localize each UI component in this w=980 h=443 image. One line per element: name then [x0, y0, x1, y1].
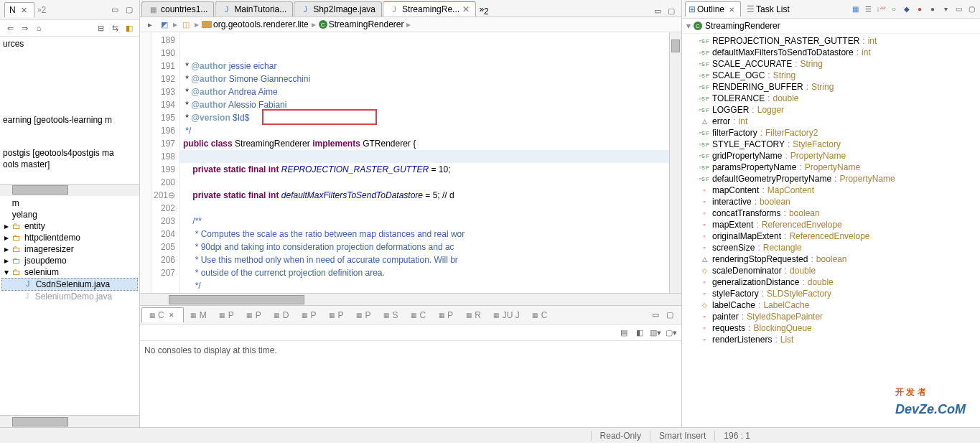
folder-item[interactable]: ▸ 🗀entity — [1, 220, 138, 232]
code-line[interactable]: * outside of the currenct projection def… — [180, 266, 669, 279]
outline-item[interactable]: ▫generalizationDistance : double — [686, 276, 976, 288]
view-tab[interactable]: ▦R — [459, 309, 487, 322]
view-tab[interactable]: ▦M — [184, 309, 213, 322]
h-scrollbar-2[interactable] — [0, 415, 139, 427]
outline-item[interactable]: ▫S FRENDERING_BUFFER : String — [686, 81, 976, 93]
console-pin-icon[interactable]: ◧ — [634, 327, 645, 338]
code-line[interactable]: * 90dpi and taking into consideration pr… — [180, 241, 669, 253]
console-display-icon[interactable]: ▥▾ — [650, 327, 661, 338]
code-line[interactable]: public class StreamingRenderer implement… — [180, 137, 669, 150]
minimize-icon[interactable]: ▭ — [953, 4, 964, 15]
tree-item[interactable]: earning [geotools-learning m — [1, 114, 138, 126]
minimize-icon[interactable]: ▭ — [109, 4, 121, 16]
outline-item[interactable]: ▫S FgridPropertyName : PropertyName — [686, 150, 976, 162]
outline-item[interactable]: △renderingStopRequested : boolean — [686, 253, 976, 265]
close-icon[interactable]: ✕ — [166, 309, 177, 321]
folder-item[interactable]: ▸ 🗀jsoupdemo — [1, 255, 138, 266]
editor-h-scrollbar[interactable] — [140, 293, 681, 305]
code-line[interactable]: private static final int defaultMaxFilte… — [180, 189, 669, 202]
view-tab[interactable]: ▦P — [431, 309, 459, 322]
code-line[interactable] — [180, 150, 669, 163]
view-tab[interactable]: ▦P — [349, 309, 376, 322]
code-line[interactable]: * @author Alessio Fabiani — [180, 98, 669, 111]
code-line[interactable]: * Use this method only when in need of a… — [180, 253, 669, 266]
code-line[interactable]: * Computes the scale as the ratio betwee… — [180, 228, 669, 241]
project-tree[interactable]: urcesearning [geotools-learning mpostgis… — [0, 37, 139, 184]
folder-item[interactable]: ▾ 🗀selenium — [1, 266, 138, 278]
outline-item[interactable]: ▫renderListeners : List — [686, 334, 976, 345]
tree-item[interactable]: postgis [geotools4postgis ma — [1, 147, 138, 159]
collapse-all-icon[interactable]: ⊟ — [95, 22, 106, 34]
outline-item[interactable]: ▫S FdefaultMaxFiltersToSendToDatastore :… — [686, 47, 976, 58]
editor-tab[interactable]: JMainTutoria... — [215, 1, 293, 17]
editor-tab[interactable]: JStreamingRe...✕ — [383, 1, 476, 17]
view-tab[interactable]: ▦P — [322, 309, 349, 322]
home-icon[interactable]: ⌂ — [33, 22, 45, 34]
view-tab[interactable]: ▦C ✕ — [141, 307, 184, 322]
maximize-icon[interactable]: ▢ — [123, 4, 135, 16]
code-line[interactable] — [180, 202, 669, 215]
tasklist-tab[interactable]: ☰ Task List — [744, 3, 793, 16]
outline-item[interactable]: ▫concatTransforms : boolean — [686, 207, 976, 219]
outline-item[interactable]: ▫S FSCALE_OGC : String — [686, 70, 976, 81]
view-tab[interactable]: ▦P — [213, 309, 240, 322]
code-line[interactable] — [180, 176, 669, 189]
code-area[interactable]: * @author jessie eichar * @author Simone… — [180, 32, 669, 293]
outline-item[interactable]: ▫originalMapExtent : ReferencedEnvelope — [686, 230, 976, 242]
h-scrollbar[interactable] — [0, 184, 139, 196]
overflow-button[interactable]: »2 — [37, 6, 46, 14]
outline-item[interactable]: ▫S FSCALE_ACCURATE : String — [686, 58, 976, 70]
nav-icon[interactable]: ▸ — [144, 19, 156, 30]
view-tab[interactable]: ▦D — [267, 309, 295, 322]
code-line[interactable]: /** — [180, 215, 669, 228]
code-line[interactable]: public static final String SCALE_ACCURAT… — [180, 292, 669, 293]
folder-item[interactable]: ▸ 🗀imageresizer — [1, 243, 138, 255]
view-tab[interactable]: ▦P — [294, 309, 322, 322]
menu-icon[interactable]: ▾ — [940, 4, 951, 15]
hide-nonpublic-icon[interactable]: ● — [914, 4, 925, 15]
hide-local-icon[interactable]: ● — [927, 4, 938, 15]
console-new-icon[interactable]: ▤ — [618, 327, 630, 338]
outline-tree[interactable]: ▫S FREPROJECTION_RASTER_GUTTER : int▫S F… — [682, 34, 980, 427]
outline-item[interactable]: ▫mapContent : MapContent — [686, 185, 976, 196]
az-icon[interactable]: ↓ᵃᶻ — [875, 4, 887, 15]
pkg-icon[interactable]: ◫ — [180, 19, 192, 30]
view-tab[interactable]: ▦C — [403, 309, 431, 322]
forward-icon[interactable]: ⇒ — [19, 22, 30, 34]
outline-item[interactable]: ◇scaleDenominator : double — [686, 265, 976, 276]
close-icon[interactable]: ✕ — [462, 4, 470, 14]
tree-item[interactable]: ools master] — [1, 159, 138, 170]
overflow-button[interactable]: »2 — [477, 4, 489, 17]
breadcrumb-item[interactable]: C StreamingRenderer — [319, 19, 404, 29]
outline-item[interactable]: ▫screenSize : Rectangle — [686, 242, 976, 253]
navigator-tab[interactable]: N ✕ — [4, 2, 34, 17]
outline-item[interactable]: ▫S FparamsPropertyName : PropertyName — [686, 162, 976, 173]
hide-static-icon[interactable]: ◆ — [901, 4, 913, 15]
java-file-item[interactable]: JCsdnSelenium.java — [1, 278, 138, 291]
close-icon[interactable]: ✕ — [18, 4, 29, 16]
outline-item[interactable]: ▫S FREPROJECTION_RASTER_GUTTER : int — [686, 35, 976, 47]
breadcrumb-item[interactable]: org.geotools.renderer.lite — [202, 19, 309, 29]
breadcrumb[interactable]: ▸ ◩ ▸ ◫ ▸ org.geotools.renderer.lite▸C S… — [140, 17, 681, 32]
code-line[interactable]: * @author Simone Giannecchini — [180, 73, 669, 85]
close-icon[interactable]: ✕ — [726, 4, 737, 15]
outline-item[interactable]: ▫interactive : boolean — [686, 196, 976, 207]
view-tab[interactable]: ▦P — [240, 309, 267, 322]
outline-item[interactable]: ▫S FTOLERANCE : double — [686, 93, 976, 104]
sort-icon[interactable]: ▦ — [849, 4, 861, 15]
outline-item[interactable]: ◇labelCache : LabelCache — [686, 299, 976, 311]
tree-item[interactable]: urces — [1, 38, 138, 50]
code-line[interactable]: * @author jessie eichar — [180, 60, 669, 73]
outline-item[interactable]: ▫S FfilterFactory : FilterFactory2 — [686, 127, 976, 139]
minimize-icon[interactable]: ▭ — [652, 5, 663, 17]
outline-item[interactable]: ▫S FdefaultGeometryPropertyName : Proper… — [686, 173, 976, 185]
filter-icon[interactable]: ☰ — [862, 4, 874, 15]
link-editor-icon[interactable]: ⇆ — [109, 22, 121, 34]
code-line[interactable]: */ — [180, 279, 669, 292]
editor-body[interactable]: 189190191192193194195196197198199200201⊖… — [140, 32, 681, 293]
code-line[interactable]: private static final int REPROJECTION_RA… — [180, 163, 669, 176]
outline-item[interactable]: ▫painter : StyledShapePainter — [686, 311, 976, 322]
outline-item[interactable]: ▫S FLOGGER : Logger — [686, 104, 976, 116]
package-tree[interactable]: m yelang▸ 🗀entity▸ 🗀httpclientdemo▸ 🗀ima… — [0, 196, 139, 415]
view-tab[interactable]: ▦JU J — [487, 309, 526, 322]
